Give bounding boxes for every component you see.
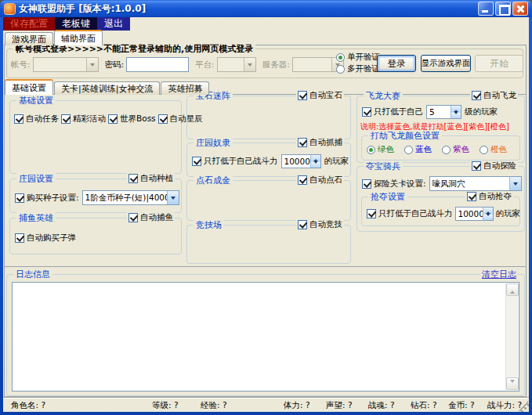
- checkbox-auto-gem[interactable]: 自动宝石: [296, 90, 344, 101]
- checkbox-dragon-level-filter[interactable]: 只打低于自己: [362, 106, 423, 117]
- slave-power-spinner[interactable]: 10000: [281, 154, 321, 168]
- chevron-down-icon[interactable]: [244, 58, 255, 71]
- clear-log-link[interactable]: 清空日志: [480, 269, 518, 280]
- gold-group-title: 点石成金: [194, 175, 233, 186]
- dragon-level-suffix: 级的玩家: [465, 106, 498, 117]
- platform-combo[interactable]: [217, 57, 256, 72]
- rob-filter-label: 只打低于自己战斗力: [378, 208, 453, 219]
- radio-purple-label: 紫色: [453, 144, 469, 155]
- manor-group: 庄园设置 自动种植 购买种子设置: 1阶金币种子(短)|4000: [9, 179, 182, 213]
- spinner-down-icon[interactable]: [311, 161, 320, 168]
- tab-basic-settings[interactable]: 基础设置: [5, 79, 53, 95]
- checkbox-auto-rob-label: 自动抢夺: [479, 191, 512, 202]
- checkbox-explore-stage[interactable]: 探险关卡设置:: [362, 179, 426, 189]
- checkbox-icon: [472, 91, 481, 100]
- show-game-button[interactable]: 显示游戏界面: [421, 55, 471, 72]
- checkbox-auto-capture[interactable]: 自动抓捕: [296, 137, 344, 148]
- status-level: 等级: ?: [152, 400, 178, 411]
- chevron-down-icon[interactable]: [509, 177, 521, 190]
- main-tabstrip: 游戏界面 辅助界面: [5, 30, 103, 45]
- checkbox-buy-bullet-label: 自动购买子弹: [27, 233, 76, 244]
- checkbox-world-boss[interactable]: 世界Boss: [108, 114, 156, 125]
- account-combo[interactable]: [33, 57, 99, 72]
- checkbox-icon: [158, 114, 168, 124]
- maximize-button[interactable]: [495, 2, 511, 16]
- checkbox-auto-gold[interactable]: 自动点石: [296, 175, 344, 186]
- slave-filter-suffix: 的玩家: [324, 156, 349, 167]
- checkbox-icon: [15, 193, 24, 203]
- log-group-title: 日志信息: [13, 269, 52, 280]
- checkbox-events[interactable]: 精彩活动: [61, 114, 106, 125]
- spinner-down-icon[interactable]: [483, 214, 493, 221]
- checkbox-icon: [467, 192, 476, 201]
- radio-color-green[interactable]: 绿色: [367, 144, 394, 155]
- checkbox-auto-fish-label: 自动捕鱼: [140, 212, 173, 223]
- dragon-group: 飞龙大赛 自动飞龙 只打低于自己 5 级的玩家 说明:选择蓝色,就是打劫[蓝色]…: [356, 96, 525, 163]
- tab-game-ui[interactable]: 游戏界面: [5, 32, 53, 45]
- settings-tabstrip: 基础设置 关卡|英雄训练|女神交流 英雄招募: [5, 79, 210, 95]
- log-scrollbar[interactable]: [505, 283, 518, 390]
- slave-power-value: 10000: [282, 155, 310, 168]
- checkbox-auto-plant[interactable]: 自动种植: [127, 173, 175, 184]
- spinner-down-icon[interactable]: [451, 112, 461, 119]
- dragon-level-value: 5: [427, 106, 451, 118]
- menu-exit[interactable]: 退出: [97, 17, 130, 31]
- seed-combo-value: 1阶金币种子(短)|4000: [83, 191, 167, 204]
- checkbox-auto-rob[interactable]: 自动抢夺: [465, 191, 513, 202]
- explore-stage-value: 嚎风洞穴: [430, 177, 509, 190]
- radio-orange-label: 橙色: [490, 144, 507, 155]
- explore-stage-combo[interactable]: 嚎风洞穴: [429, 176, 522, 191]
- status-prestige: 声望: ?: [326, 400, 352, 411]
- seed-combo[interactable]: 1阶金币种子(短)|4000: [82, 190, 179, 205]
- scroll-down-icon[interactable]: [506, 377, 519, 390]
- tab-assist-ui[interactable]: 辅助界面: [54, 30, 103, 45]
- tab-stage-training[interactable]: 关卡|英雄训练|女神交流: [54, 81, 160, 95]
- scroll-up-icon[interactable]: [506, 283, 519, 296]
- start-button[interactable]: 开始: [475, 55, 523, 72]
- checkbox-slave-filter[interactable]: 只打低于自己战斗力: [192, 156, 278, 167]
- minimize-button[interactable]: [478, 2, 494, 16]
- radio-multi-verify[interactable]: 多开验证: [336, 63, 380, 74]
- manor-group-title: 庄园设置: [16, 173, 56, 185]
- radio-color-blue[interactable]: 蓝色: [404, 144, 432, 155]
- checkbox-rob-filter[interactable]: 只打低于自己战斗力: [367, 208, 453, 219]
- login-group: 帐号模式登录>>>>>不能正常登录辅助的,使用网页模式登录 帐号: 密码: 平台…: [6, 49, 523, 78]
- title-bar[interactable]: 女神联盟助手 [版本号:1.0.0]: [0, 0, 532, 17]
- checkbox-auto-arena[interactable]: 自动竞技: [296, 219, 344, 230]
- radio-single-verify[interactable]: 单开验证: [336, 52, 380, 63]
- tab-hero-recruit[interactable]: 英雄招募: [161, 81, 209, 95]
- log-content: [15, 284, 503, 389]
- checkbox-world-boss-label: 世界Boss: [120, 114, 156, 125]
- resize-grip[interactable]: [518, 401, 528, 411]
- explore-stage-label: 探险关卡设置:: [374, 179, 426, 189]
- checkbox-auto-explore[interactable]: 自动探险: [470, 161, 518, 171]
- radio-green-label: 绿色: [378, 144, 394, 155]
- checkbox-auto-task[interactable]: 自动任务: [14, 114, 59, 125]
- password-input[interactable]: [126, 57, 189, 72]
- dragon-level-spinner[interactable]: 5: [426, 105, 461, 119]
- checkbox-auto-dragon[interactable]: 自动飞龙: [470, 90, 518, 101]
- checkbox-buy-seed[interactable]: 购买种子设置:: [15, 193, 79, 204]
- gem-group: 宝石迷阵 自动宝石: [186, 96, 351, 139]
- account-label: 帐号:: [11, 60, 31, 70]
- basic-group: 基础设置 自动任务 精彩活动 世界Boss 自动星辰: [9, 100, 182, 174]
- menu-boss-key[interactable]: 老板键: [55, 17, 97, 31]
- chevron-down-icon[interactable]: [86, 58, 98, 71]
- menu-save-config[interactable]: 保存配置: [3, 17, 55, 31]
- treasure-group: 夺宝骑兵 自动探险 探险关卡设置: 嚎风洞穴 抢夺设置 自动抢夺: [356, 166, 525, 232]
- checkbox-buy-bullet[interactable]: 自动购买子弹: [15, 233, 76, 244]
- radio-color-purple[interactable]: 紫色: [442, 144, 469, 155]
- status-exp: 经验: ?: [201, 400, 226, 411]
- rob-power-value: 10000: [456, 208, 483, 220]
- checkbox-icon: [362, 179, 371, 189]
- slave-group: 庄园奴隶 自动抓捕 只打低于自己战斗力 10000 的玩家: [186, 143, 351, 177]
- checkbox-icon: [61, 114, 71, 124]
- radio-color-orange[interactable]: 橙色: [480, 144, 507, 155]
- log-textarea[interactable]: [12, 282, 519, 392]
- login-button[interactable]: 登录: [377, 55, 416, 72]
- checkbox-auto-fish[interactable]: 自动捕鱼: [127, 212, 175, 223]
- chevron-down-icon[interactable]: [167, 191, 179, 204]
- checkbox-auto-capture-label: 自动抓捕: [309, 137, 342, 148]
- rob-power-spinner[interactable]: 10000: [455, 207, 494, 221]
- close-button[interactable]: [512, 2, 528, 16]
